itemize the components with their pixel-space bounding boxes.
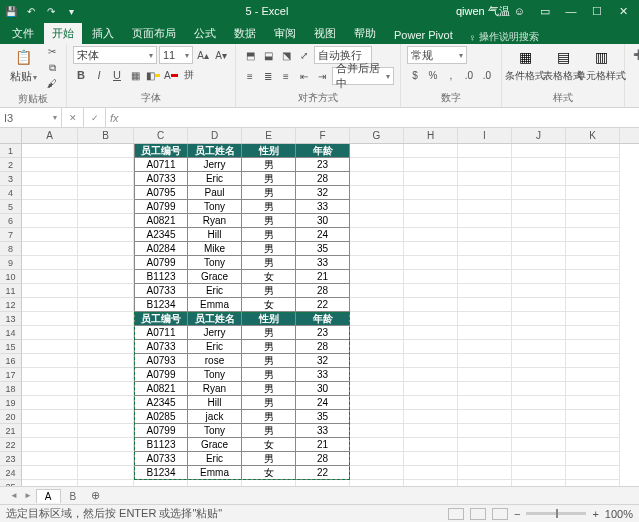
- close-icon[interactable]: ✕: [611, 5, 635, 18]
- cell[interactable]: [78, 214, 134, 228]
- orientation-icon[interactable]: ⤢: [296, 47, 312, 63]
- user-label[interactable]: qiwen 气温☺: [456, 4, 525, 19]
- cell[interactable]: A0821: [134, 382, 188, 396]
- cell[interactable]: A0799: [134, 200, 188, 214]
- cell[interactable]: [566, 396, 620, 410]
- cell[interactable]: 男: [242, 326, 296, 340]
- table-format-button[interactable]: ▤表格格式: [546, 46, 580, 83]
- cell[interactable]: [350, 326, 404, 340]
- cell[interactable]: 男: [242, 396, 296, 410]
- cell[interactable]: Ryan: [188, 214, 242, 228]
- cell[interactable]: [566, 228, 620, 242]
- cell[interactable]: 28: [296, 340, 350, 354]
- cell[interactable]: [78, 480, 134, 486]
- cell[interactable]: [512, 452, 566, 466]
- cell[interactable]: [350, 158, 404, 172]
- cut-icon[interactable]: ✂: [44, 46, 60, 60]
- cell[interactable]: [350, 172, 404, 186]
- cell[interactable]: [350, 186, 404, 200]
- cell[interactable]: Jerry: [188, 158, 242, 172]
- cell[interactable]: [512, 382, 566, 396]
- row-header[interactable]: 14: [0, 326, 21, 340]
- normal-view-icon[interactable]: [448, 508, 464, 520]
- table-header-cell[interactable]: 员工编号: [134, 312, 188, 326]
- cell[interactable]: [78, 228, 134, 242]
- tab-页面布局[interactable]: 页面布局: [124, 23, 184, 44]
- redo-icon[interactable]: ↷: [44, 4, 58, 18]
- cell[interactable]: [458, 228, 512, 242]
- cell[interactable]: [78, 396, 134, 410]
- cell[interactable]: [22, 438, 78, 452]
- cell[interactable]: [22, 466, 78, 480]
- cell[interactable]: [566, 382, 620, 396]
- cell[interactable]: 33: [296, 368, 350, 382]
- cell[interactable]: [566, 326, 620, 340]
- cell[interactable]: 男: [242, 158, 296, 172]
- cell[interactable]: Tony: [188, 424, 242, 438]
- col-header[interactable]: E: [242, 128, 296, 143]
- sheet-tab[interactable]: A: [36, 489, 61, 503]
- fill-color-button[interactable]: ◧: [145, 67, 161, 83]
- cell[interactable]: 30: [296, 214, 350, 228]
- cell[interactable]: A0799: [134, 256, 188, 270]
- format-painter-icon[interactable]: 🖌: [44, 78, 60, 92]
- cell[interactable]: Eric: [188, 452, 242, 466]
- cell[interactable]: Mike: [188, 242, 242, 256]
- cell[interactable]: A0799: [134, 424, 188, 438]
- cell[interactable]: [404, 396, 458, 410]
- cell[interactable]: [296, 480, 350, 486]
- cell[interactable]: [566, 340, 620, 354]
- select-all-button[interactable]: [0, 128, 22, 144]
- sheet-nav-prev-icon[interactable]: ◄: [8, 491, 20, 500]
- cell[interactable]: 男: [242, 256, 296, 270]
- row-header[interactable]: 1: [0, 144, 21, 158]
- dec-decimal-icon[interactable]: .0: [479, 67, 495, 83]
- cell[interactable]: 21: [296, 438, 350, 452]
- row-header[interactable]: 16: [0, 354, 21, 368]
- col-header[interactable]: G: [350, 128, 404, 143]
- cell[interactable]: [458, 256, 512, 270]
- indent-dec-icon[interactable]: ⇤: [296, 68, 312, 84]
- cell[interactable]: [350, 480, 404, 486]
- cell[interactable]: [458, 242, 512, 256]
- cell[interactable]: 21: [296, 270, 350, 284]
- cell[interactable]: 30: [296, 382, 350, 396]
- cell[interactable]: 28: [296, 284, 350, 298]
- cell[interactable]: 33: [296, 200, 350, 214]
- cell[interactable]: [512, 438, 566, 452]
- table-header-cell[interactable]: 性别: [242, 144, 296, 158]
- paste-button[interactable]: 📋 粘贴▾: [6, 46, 40, 84]
- cell[interactable]: [78, 410, 134, 424]
- table-header-cell[interactable]: [458, 144, 512, 158]
- cell[interactable]: A0795: [134, 186, 188, 200]
- row-header[interactable]: 2: [0, 158, 21, 172]
- cell[interactable]: 男: [242, 284, 296, 298]
- cell[interactable]: [458, 214, 512, 228]
- cell[interactable]: [22, 186, 78, 200]
- sheet-tab[interactable]: B: [61, 489, 86, 503]
- cell[interactable]: A0711: [134, 326, 188, 340]
- cell[interactable]: [404, 200, 458, 214]
- cell[interactable]: [512, 466, 566, 480]
- cell[interactable]: 男: [242, 172, 296, 186]
- tab-开始[interactable]: 开始: [44, 23, 82, 44]
- cell[interactable]: [350, 242, 404, 256]
- cell[interactable]: 男: [242, 186, 296, 200]
- cell[interactable]: [512, 284, 566, 298]
- cell[interactable]: [350, 354, 404, 368]
- cell[interactable]: A2345: [134, 228, 188, 242]
- cell[interactable]: [78, 186, 134, 200]
- cell[interactable]: A0733: [134, 340, 188, 354]
- underline-button[interactable]: U: [109, 67, 125, 83]
- table-header-cell[interactable]: [566, 144, 620, 158]
- cell[interactable]: [512, 214, 566, 228]
- cell[interactable]: 23: [296, 326, 350, 340]
- cell[interactable]: [458, 452, 512, 466]
- cell[interactable]: [404, 466, 458, 480]
- cell[interactable]: 32: [296, 354, 350, 368]
- align-bottom-icon[interactable]: ⬔: [278, 47, 294, 63]
- cells-area[interactable]: 员工编号员工姓名性别年龄A0711Jerry男23A0733Eric男28A07…: [22, 144, 639, 486]
- sheet-nav-next-icon[interactable]: ►: [22, 491, 34, 500]
- cell[interactable]: [78, 158, 134, 172]
- cell[interactable]: 35: [296, 410, 350, 424]
